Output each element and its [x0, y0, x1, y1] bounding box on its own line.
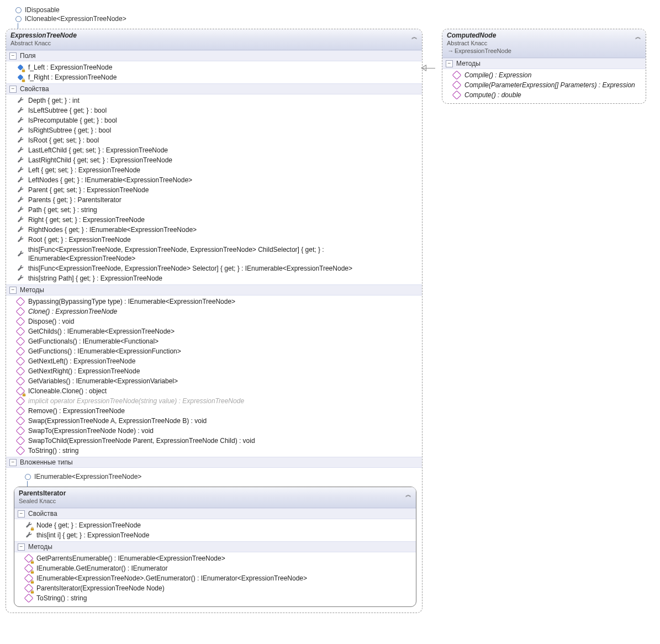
- member-row[interactable]: Right { get; set; } : ExpressionTreeNode: [6, 215, 422, 225]
- member-row[interactable]: this[Func<ExpressionTreeNode, Expression…: [6, 245, 422, 263]
- member-row[interactable]: IEnumerable<ExpressionTreeNode>.GetEnume…: [14, 573, 416, 583]
- class-header[interactable]: ComputedNode Abstract Класс →ExpressionT…: [442, 29, 646, 58]
- minus-toggle-icon[interactable]: −: [9, 52, 17, 60]
- section-methods[interactable]: − Методы: [442, 58, 646, 69]
- member-row[interactable]: Compute() : double: [442, 90, 646, 100]
- property-icon: [16, 235, 25, 244]
- member-row[interactable]: Compile() : Expression: [442, 70, 646, 80]
- member-row[interactable]: ToString() : string: [14, 593, 416, 603]
- section-properties[interactable]: − Свойства: [14, 508, 416, 519]
- field-label: f_Left : ExpressionTreeNode: [28, 63, 112, 72]
- class-header[interactable]: ParentsIterator Sealed Класс ︽: [14, 487, 416, 508]
- property-label: LeftNodes { get; } : IEnumerable<Express…: [28, 176, 192, 184]
- member-row[interactable]: implicit operator ExpressionTreeNode(str…: [6, 396, 422, 406]
- section-properties[interactable]: − Свойства: [6, 83, 422, 94]
- member-row[interactable]: IsRightSubtree { get; } : bool: [6, 125, 422, 135]
- method-icon: [452, 71, 461, 80]
- minus-toggle-icon[interactable]: −: [446, 60, 453, 67]
- collapse-chevron-icon[interactable]: ︽: [411, 31, 418, 41]
- member-row[interactable]: Swap(ExpressionTreeNode A, ExpressionTre…: [6, 416, 422, 426]
- member-row[interactable]: Remove() : ExpressionTreeNode: [6, 406, 422, 416]
- property-icon: [16, 264, 25, 273]
- class-box-expressiontreenode[interactable]: ExpressionTreeNode Abstract Класс ︽ − По…: [6, 29, 423, 613]
- method-icon: [16, 397, 25, 405]
- member-row[interactable]: Path { get; set; } : string: [6, 205, 422, 215]
- section-methods[interactable]: − Методы: [14, 541, 416, 552]
- member-row[interactable]: GetParrentsEnumerable() : IEnumerable<Ex…: [14, 553, 416, 563]
- section-nested-types[interactable]: − Вложенные типы: [6, 457, 422, 468]
- minus-toggle-icon[interactable]: −: [9, 86, 17, 93]
- method-icon: [16, 367, 25, 376]
- member-row[interactable]: GetVariables() : IEnumerable<ExpressionV…: [6, 376, 422, 386]
- method-icon: [16, 337, 25, 346]
- collapse-chevron-icon[interactable]: ︽: [635, 31, 641, 41]
- property-label: Node { get; } : ExpressionTreeNode: [36, 521, 141, 530]
- member-row[interactable]: f_Left : ExpressionTreeNode: [6, 62, 422, 72]
- class-header[interactable]: ExpressionTreeNode Abstract Класс ︽: [6, 29, 422, 50]
- member-row[interactable]: GetFunctions() : IEnumerable<ExpressionF…: [6, 346, 422, 356]
- member-row[interactable]: GetFunctionals() : IEnumerable<Functiona…: [6, 336, 422, 346]
- member-row[interactable]: ICloneable.Clone() : object: [6, 386, 422, 396]
- member-row[interactable]: Root { get; } : ExpressionTreeNode: [6, 235, 422, 245]
- section-fields[interactable]: − Поля: [6, 50, 422, 61]
- field-label: f_Right : ExpressionTreeNode: [28, 73, 117, 82]
- member-row[interactable]: LastLeftChild { get; set; } : Expression…: [6, 145, 422, 155]
- member-row[interactable]: Left { get; set; } : ExpressionTreeNode: [6, 165, 422, 175]
- property-icon: [16, 250, 25, 258]
- member-row[interactable]: this[Func<ExpressionTreeNode, Expression…: [6, 263, 422, 273]
- member-row[interactable]: IEnumerable.GetEnumerator() : IEnumerato…: [14, 563, 416, 573]
- collapse-chevron-icon[interactable]: ︽: [405, 489, 411, 499]
- member-row[interactable]: SwapToChild(ExpressionTreeNode Parent, E…: [6, 436, 422, 446]
- interface-lollipops: IDisposable ICloneable<ExpressionTreeNod…: [15, 6, 423, 29]
- section-label: Методы: [20, 286, 44, 294]
- minus-toggle-icon[interactable]: −: [18, 510, 25, 518]
- member-row[interactable]: GetNextLeft() : ExpressionTreeNode: [6, 356, 422, 366]
- member-row[interactable]: Node { get; } : ExpressionTreeNode: [14, 520, 416, 530]
- member-row[interactable]: ParentsIterator(ExpressionTreeNode Node): [14, 583, 416, 593]
- member-row[interactable]: this[int i] { get; } : ExpressionTreeNod…: [14, 530, 416, 540]
- member-row[interactable]: IsLeftSubtree { get; } : bool: [6, 105, 422, 115]
- member-row[interactable]: f_Right : ExpressionTreeNode: [6, 72, 422, 82]
- property-label: Parents { get; } : ParentsIterator: [28, 196, 122, 204]
- method-label: IEnumerable.GetEnumerator() : IEnumerato…: [36, 564, 167, 573]
- member-row[interactable]: LeftNodes { get; } : IEnumerable<Express…: [6, 175, 422, 185]
- field-icon: [16, 63, 25, 72]
- field-icon: [16, 73, 25, 82]
- member-row[interactable]: this[string Path] { get; } : ExpressionT…: [6, 273, 422, 283]
- member-row[interactable]: LastRightChild { get; set; } : Expressio…: [6, 155, 422, 165]
- member-row[interactable]: GetChilds() : IEnumerable<ExpressionTree…: [6, 326, 422, 336]
- member-row[interactable]: SwapTo(ExpressionTreeNode Node) : void: [6, 426, 422, 436]
- member-row[interactable]: IsRoot { get; set; } : bool: [6, 135, 422, 145]
- minus-toggle-icon[interactable]: −: [9, 287, 17, 294]
- member-row[interactable]: Parents { get; } : ParentsIterator: [6, 195, 422, 205]
- method-label: GetChilds() : IEnumerable<ExpressionTree…: [28, 327, 175, 336]
- property-icon: [16, 215, 25, 224]
- method-icon: [16, 327, 25, 336]
- minus-toggle-icon[interactable]: −: [18, 543, 25, 551]
- method-label: ICloneable.Clone() : object: [28, 387, 107, 395]
- property-label: IsPrecomputable { get; } : bool: [28, 116, 117, 125]
- member-row[interactable]: Dispose() : void: [6, 316, 422, 326]
- method-label: GetParrentsEnumerable() : IEnumerable<Ex…: [36, 554, 225, 563]
- class-subtitle: Abstract Класс: [447, 39, 511, 47]
- interface-lollipops: IEnumerable<ExpressionTreeNode>: [25, 472, 416, 487]
- method-icon: [16, 446, 25, 455]
- class-box-parentsiterator[interactable]: ParentsIterator Sealed Класс ︽ − Свойств…: [14, 487, 416, 607]
- member-row[interactable]: Clone() : ExpressionTreeNode: [6, 307, 422, 316]
- method-label: ParentsIterator(ExpressionTreeNode Node): [36, 584, 165, 593]
- member-row[interactable]: Depth { get; } : int: [6, 96, 422, 105]
- member-row[interactable]: Parent { get; set; } : ExpressionTreeNod…: [6, 185, 422, 195]
- minus-toggle-icon[interactable]: −: [9, 459, 17, 466]
- member-row[interactable]: GetNextRight() : ExpressionTreeNode: [6, 366, 422, 376]
- property-label: Right { get; set; } : ExpressionTreeNode: [28, 215, 145, 224]
- class-box-computednode[interactable]: ComputedNode Abstract Класс →ExpressionT…: [442, 29, 646, 104]
- method-icon: [24, 564, 33, 573]
- member-row[interactable]: IsPrecomputable { get; } : bool: [6, 115, 422, 125]
- property-icon: [16, 205, 25, 214]
- section-methods[interactable]: − Методы: [6, 284, 422, 295]
- member-row[interactable]: RightNodes { get; } : IEnumerable<Expres…: [6, 225, 422, 235]
- member-row[interactable]: Bypassing(BypassingType type) : IEnumera…: [6, 297, 422, 307]
- member-row[interactable]: Compile(ParameterExpression[] Parameters…: [442, 80, 646, 90]
- method-icon: [16, 307, 25, 316]
- member-row[interactable]: ToString() : string: [6, 446, 422, 456]
